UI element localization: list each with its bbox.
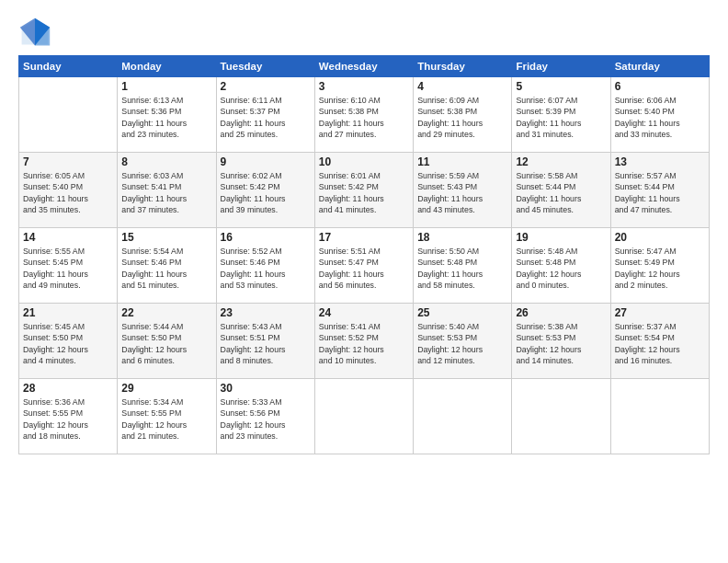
day-number: 14: [23, 231, 113, 244]
day-info: Sunrise: 5:41 AM Sunset: 5:52 PM Dayligh…: [319, 321, 409, 366]
day-number: 24: [319, 306, 409, 319]
day-number: 17: [319, 231, 409, 244]
logo: [18, 17, 55, 50]
day-info: Sunrise: 5:43 AM Sunset: 5:51 PM Dayligh…: [221, 321, 311, 366]
day-number: 27: [615, 306, 705, 319]
day-number: 7: [23, 155, 113, 168]
calendar-cell: 25Sunrise: 5:40 AM Sunset: 5:53 PM Dayli…: [414, 304, 512, 379]
calendar-cell: 28Sunrise: 5:36 AM Sunset: 5:55 PM Dayli…: [19, 379, 118, 454]
day-number: 25: [417, 306, 507, 319]
header: [18, 17, 710, 50]
calendar-cell: 10Sunrise: 6:01 AM Sunset: 5:42 PM Dayli…: [314, 153, 413, 228]
calendar-cell: 5Sunrise: 6:07 AM Sunset: 5:39 PM Daylig…: [512, 77, 610, 153]
day-number: 23: [221, 306, 311, 319]
day-number: 15: [121, 231, 211, 244]
day-info: Sunrise: 6:01 AM Sunset: 5:42 PM Dayligh…: [319, 170, 409, 215]
calendar-cell: [19, 77, 118, 153]
day-info: Sunrise: 5:59 AM Sunset: 5:43 PM Dayligh…: [417, 170, 507, 215]
day-number: 6: [615, 80, 705, 93]
day-info: Sunrise: 5:47 AM Sunset: 5:49 PM Dayligh…: [615, 246, 705, 291]
calendar-cell: [314, 379, 413, 454]
weekday-thursday: Thursday: [414, 56, 512, 77]
calendar-cell: 12Sunrise: 5:58 AM Sunset: 5:44 PM Dayli…: [512, 153, 610, 228]
calendar-cell: 21Sunrise: 5:45 AM Sunset: 5:50 PM Dayli…: [19, 304, 118, 379]
calendar-cell: 2Sunrise: 6:11 AM Sunset: 5:37 PM Daylig…: [216, 77, 314, 153]
day-info: Sunrise: 5:57 AM Sunset: 5:44 PM Dayligh…: [615, 170, 705, 215]
day-info: Sunrise: 6:10 AM Sunset: 5:38 PM Dayligh…: [319, 95, 409, 140]
calendar-cell: 1Sunrise: 6:13 AM Sunset: 5:36 PM Daylig…: [118, 77, 216, 153]
calendar-cell: 9Sunrise: 6:02 AM Sunset: 5:42 PM Daylig…: [216, 153, 314, 228]
day-number: 5: [516, 80, 606, 93]
calendar-cell: 6Sunrise: 6:06 AM Sunset: 5:40 PM Daylig…: [610, 77, 709, 153]
calendar-cell: 18Sunrise: 5:50 AM Sunset: 5:48 PM Dayli…: [414, 228, 512, 304]
day-number: 9: [221, 155, 311, 168]
day-number: 26: [516, 306, 606, 319]
day-info: Sunrise: 6:02 AM Sunset: 5:42 PM Dayligh…: [221, 170, 311, 215]
day-number: 2: [221, 80, 311, 93]
day-number: 30: [221, 382, 311, 395]
day-info: Sunrise: 6:03 AM Sunset: 5:41 PM Dayligh…: [121, 170, 211, 215]
day-info: Sunrise: 5:58 AM Sunset: 5:44 PM Dayligh…: [516, 170, 606, 215]
day-number: 11: [417, 155, 507, 168]
calendar-cell: 27Sunrise: 5:37 AM Sunset: 5:54 PM Dayli…: [610, 304, 709, 379]
day-info: Sunrise: 5:55 AM Sunset: 5:45 PM Dayligh…: [23, 246, 113, 291]
day-number: 22: [121, 306, 211, 319]
day-info: Sunrise: 5:52 AM Sunset: 5:46 PM Dayligh…: [221, 246, 311, 291]
week-row-1: 1Sunrise: 6:13 AM Sunset: 5:36 PM Daylig…: [19, 77, 710, 153]
day-number: 16: [221, 231, 311, 244]
logo-icon: [18, 17, 51, 50]
calendar-cell: 14Sunrise: 5:55 AM Sunset: 5:45 PM Dayli…: [19, 228, 118, 304]
calendar-cell: 7Sunrise: 6:05 AM Sunset: 5:40 PM Daylig…: [19, 153, 118, 228]
weekday-tuesday: Tuesday: [216, 56, 314, 77]
day-number: 29: [121, 382, 211, 395]
page: SundayMondayTuesdayWednesdayThursdayFrid…: [0, 0, 728, 563]
day-number: 1: [121, 80, 211, 93]
week-row-4: 21Sunrise: 5:45 AM Sunset: 5:50 PM Dayli…: [19, 304, 710, 379]
calendar-cell: [414, 379, 512, 454]
day-info: Sunrise: 5:34 AM Sunset: 5:55 PM Dayligh…: [121, 396, 211, 442]
day-number: 12: [516, 155, 606, 168]
calendar-cell: 30Sunrise: 5:33 AM Sunset: 5:56 PM Dayli…: [216, 379, 314, 454]
calendar-cell: 13Sunrise: 5:57 AM Sunset: 5:44 PM Dayli…: [610, 153, 709, 228]
day-info: Sunrise: 5:48 AM Sunset: 5:48 PM Dayligh…: [516, 246, 606, 291]
day-info: Sunrise: 5:33 AM Sunset: 5:56 PM Dayligh…: [221, 396, 311, 442]
day-info: Sunrise: 6:13 AM Sunset: 5:36 PM Dayligh…: [121, 95, 211, 140]
calendar-cell: 11Sunrise: 5:59 AM Sunset: 5:43 PM Dayli…: [414, 153, 512, 228]
calendar-cell: 17Sunrise: 5:51 AM Sunset: 5:47 PM Dayli…: [314, 228, 413, 304]
calendar-cell: 23Sunrise: 5:43 AM Sunset: 5:51 PM Dayli…: [216, 304, 314, 379]
calendar-cell: 16Sunrise: 5:52 AM Sunset: 5:46 PM Dayli…: [216, 228, 314, 304]
day-info: Sunrise: 5:37 AM Sunset: 5:54 PM Dayligh…: [615, 321, 705, 366]
day-number: 8: [121, 155, 211, 168]
weekday-header-row: SundayMondayTuesdayWednesdayThursdayFrid…: [19, 56, 710, 77]
day-info: Sunrise: 5:40 AM Sunset: 5:53 PM Dayligh…: [417, 321, 507, 366]
calendar-cell: 20Sunrise: 5:47 AM Sunset: 5:49 PM Dayli…: [610, 228, 709, 304]
day-number: 19: [516, 231, 606, 244]
day-number: 20: [615, 231, 705, 244]
weekday-saturday: Saturday: [610, 56, 709, 77]
day-number: 21: [23, 306, 113, 319]
day-number: 13: [615, 155, 705, 168]
day-info: Sunrise: 6:09 AM Sunset: 5:38 PM Dayligh…: [417, 95, 507, 140]
day-info: Sunrise: 5:44 AM Sunset: 5:50 PM Dayligh…: [121, 321, 211, 366]
day-number: 18: [417, 231, 507, 244]
calendar-cell: [610, 379, 709, 454]
day-info: Sunrise: 6:11 AM Sunset: 5:37 PM Dayligh…: [221, 95, 311, 140]
day-info: Sunrise: 5:36 AM Sunset: 5:55 PM Dayligh…: [23, 396, 113, 442]
week-row-3: 14Sunrise: 5:55 AM Sunset: 5:45 PM Dayli…: [19, 228, 710, 304]
calendar-cell: 19Sunrise: 5:48 AM Sunset: 5:48 PM Dayli…: [512, 228, 610, 304]
day-info: Sunrise: 5:51 AM Sunset: 5:47 PM Dayligh…: [319, 246, 409, 291]
day-info: Sunrise: 5:54 AM Sunset: 5:46 PM Dayligh…: [121, 246, 211, 291]
weekday-monday: Monday: [118, 56, 216, 77]
day-info: Sunrise: 6:06 AM Sunset: 5:40 PM Dayligh…: [615, 95, 705, 140]
calendar: SundayMondayTuesdayWednesdayThursdayFrid…: [18, 55, 710, 454]
weekday-friday: Friday: [512, 56, 610, 77]
day-info: Sunrise: 6:05 AM Sunset: 5:40 PM Dayligh…: [23, 170, 113, 215]
day-info: Sunrise: 5:50 AM Sunset: 5:48 PM Dayligh…: [417, 246, 507, 291]
calendar-cell: [512, 379, 610, 454]
weekday-sunday: Sunday: [19, 56, 118, 77]
day-info: Sunrise: 5:45 AM Sunset: 5:50 PM Dayligh…: [23, 321, 113, 366]
calendar-cell: 24Sunrise: 5:41 AM Sunset: 5:52 PM Dayli…: [314, 304, 413, 379]
day-number: 10: [319, 155, 409, 168]
calendar-cell: 4Sunrise: 6:09 AM Sunset: 5:38 PM Daylig…: [414, 77, 512, 153]
week-row-2: 7Sunrise: 6:05 AM Sunset: 5:40 PM Daylig…: [19, 153, 710, 228]
